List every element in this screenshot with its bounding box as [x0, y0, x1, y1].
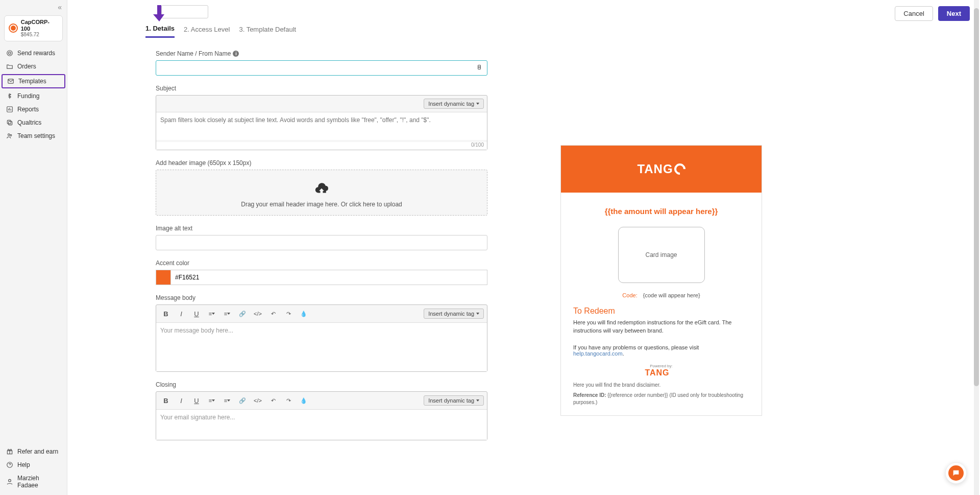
subject-box: Insert dynamic tag 0/100 [156, 95, 487, 150]
nav-label: Send rewards [17, 50, 55, 57]
preview-redeem-text: Here you will find redemption instructio… [573, 319, 749, 335]
svg-point-0 [7, 51, 13, 56]
nav-label: Team settings [17, 132, 55, 139]
vertical-scrollbar[interactable] [974, 0, 979, 495]
accent-color-label: Accent color [156, 260, 488, 267]
sender-input[interactable] [156, 60, 487, 76]
chat-icon [948, 465, 964, 481]
tango-logo-icon: TANG [637, 162, 685, 176]
undo-button[interactable]: ↶ [266, 307, 280, 320]
message-body-textarea[interactable]: Your message body here... [156, 322, 487, 371]
header-image-label: Add header image (650px x 150px) [156, 159, 488, 167]
subject-counter: 0/100 [156, 142, 487, 150]
drop-button[interactable]: 💧 [297, 307, 310, 320]
sidebar-item-help[interactable]: Help [0, 458, 67, 472]
sidebar-item-refer[interactable]: Refer and earn [0, 445, 67, 458]
sidebar-item-templates[interactable]: Templates [2, 74, 65, 88]
accent-color-input[interactable] [171, 270, 487, 285]
sidebar-item-user[interactable]: Marzieh Fadaee [0, 472, 67, 495]
svg-rect-5 [9, 121, 12, 125]
unordered-list-button-2[interactable]: ≡ [220, 394, 234, 407]
nav-label: Marzieh Fadaee [17, 475, 61, 489]
link-button-2[interactable]: 🔗 [236, 394, 249, 407]
ordered-list-button[interactable]: ≡ [205, 307, 218, 320]
redo-button[interactable]: ↷ [282, 307, 295, 320]
message-body-label: Message body [156, 294, 488, 301]
sidebar-item-orders[interactable]: Orders [0, 60, 67, 73]
preview-amount: {{the amount will appear here}} [573, 207, 749, 216]
nav-label: Reports [17, 106, 39, 113]
underline-button[interactable]: U [190, 307, 203, 320]
info-icon[interactable]: i [233, 51, 239, 57]
account-balance: $845.72 [21, 32, 58, 38]
alt-text-label: Image alt text [156, 225, 488, 232]
help-link[interactable]: help.tangocard.com [573, 350, 623, 357]
bold-button[interactable]: B [159, 307, 173, 320]
app-root: « CapCORP-100 $845.72 Send rewards Order… [0, 0, 980, 495]
subject-textarea[interactable] [156, 112, 487, 140]
chat-widget[interactable] [945, 462, 967, 484]
insert-dynamic-tag-button[interactable]: Insert dynamic tag [424, 99, 484, 109]
chevron-down-icon [476, 313, 479, 315]
dollar-icon [6, 92, 13, 100]
step-tabs: 1. Details 2. Access Level 3. Template D… [67, 0, 501, 38]
sidebar-item-funding[interactable]: Funding [0, 89, 67, 103]
header-image-upload[interactable]: Drag your email header image here. Or cl… [156, 170, 487, 216]
preview-redeem-title: To Redeem [573, 307, 749, 316]
sidebar-item-reports[interactable]: Reports [0, 103, 67, 116]
sidebar-item-send-rewards[interactable]: Send rewards [0, 46, 67, 60]
italic-button-2[interactable]: I [175, 394, 188, 407]
account-card[interactable]: CapCORP-100 $845.72 [4, 15, 63, 41]
clear-input-icon[interactable] [476, 64, 482, 73]
bold-button-2[interactable]: B [159, 394, 173, 407]
form-area: 1. Details 2. Access Level 3. Template D… [67, 0, 501, 495]
sidebar-collapse[interactable]: « [0, 3, 67, 13]
powered-by: Powered by: TANG [573, 364, 749, 378]
preview-code: Code: {code will appear here} [573, 292, 749, 298]
cloud-upload-icon [311, 181, 332, 197]
closing-textarea[interactable]: Your email signature here... [156, 409, 487, 440]
code-button[interactable]: </> [251, 307, 264, 320]
ordered-list-button-2[interactable]: ≡ [205, 394, 218, 407]
mail-icon [7, 78, 14, 85]
template-name-input[interactable] [161, 5, 208, 18]
svg-point-1 [9, 52, 11, 54]
chevron-down-icon [476, 103, 479, 105]
users-icon [6, 132, 13, 139]
step-template-default[interactable]: 3. Template Default [239, 26, 296, 37]
sender-label: Sender Name / From Name i [156, 50, 488, 57]
redo-button-2[interactable]: ↷ [282, 394, 295, 407]
chevron-down-icon [476, 399, 479, 402]
nav-label: Qualtrics [17, 119, 41, 126]
folder-icon [6, 63, 13, 70]
italic-button[interactable]: I [175, 307, 188, 320]
preview-disclaimer: Here you will find the brand disclaimer. [573, 382, 749, 389]
main-content: Cancel Next 1. Details 2. Access Level 3… [67, 0, 980, 495]
accent-color-swatch[interactable] [156, 270, 171, 285]
step-details[interactable]: 1. Details [145, 25, 175, 38]
gift-icon [6, 448, 13, 455]
drop-button-2[interactable]: 💧 [297, 394, 310, 407]
preview-problems: If you have any problems or questions, p… [573, 344, 749, 357]
sidebar-item-team-settings[interactable]: Team settings [0, 129, 67, 143]
next-button[interactable]: Next [938, 6, 970, 21]
nav-label: Refer and earn [17, 448, 58, 455]
message-body-editor: B I U ≡ ≡ 🔗 </> ↶ ↷ 💧 Insert dynamic tag… [156, 304, 487, 372]
nav-label: Templates [18, 78, 46, 85]
step-access-level[interactable]: 2. Access Level [184, 26, 230, 37]
svg-point-7 [10, 134, 12, 136]
sidebar-item-qualtrics[interactable]: Qualtrics [0, 116, 67, 129]
alt-text-input[interactable] [156, 235, 487, 250]
cancel-button[interactable]: Cancel [895, 6, 933, 21]
undo-button-2[interactable]: ↶ [266, 394, 280, 407]
link-button[interactable]: 🔗 [236, 307, 249, 320]
insert-dynamic-tag-button-closing[interactable]: Insert dynamic tag [424, 395, 484, 406]
code-button-2[interactable]: </> [251, 394, 264, 407]
annotation-arrow-icon [153, 4, 165, 25]
svg-point-10 [9, 479, 11, 482]
insert-dynamic-tag-button-body[interactable]: Insert dynamic tag [424, 309, 484, 319]
preview-header: TANG [561, 146, 762, 193]
underline-button-2[interactable]: U [190, 394, 203, 407]
account-name: CapCORP-100 [21, 19, 58, 32]
unordered-list-button[interactable]: ≡ [220, 307, 234, 320]
